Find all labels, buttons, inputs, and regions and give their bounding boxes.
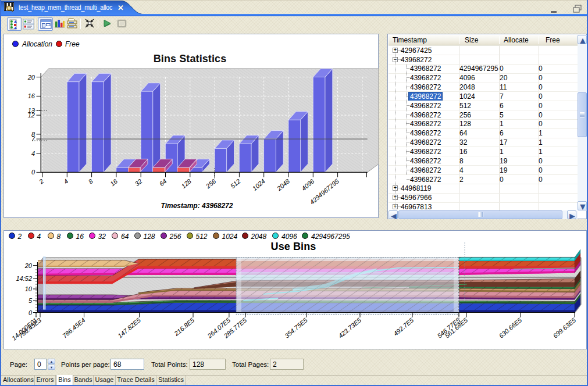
- svg-text:699.63E5: 699.63E5: [551, 316, 577, 339]
- svg-text:32: 32: [133, 177, 143, 187]
- svg-text:4096: 4096: [300, 177, 316, 192]
- svg-text:0: 0: [28, 309, 33, 316]
- svg-text:423.73E5: 423.73E5: [337, 316, 362, 339]
- svg-text:128: 128: [180, 177, 193, 190]
- svg-text:354.75E5: 354.75E5: [283, 316, 309, 339]
- svg-text:1024: 1024: [251, 177, 266, 192]
- svg-text:14:52: 14:52: [16, 275, 32, 282]
- svg-text:216.8E5: 216.8E5: [172, 316, 196, 338]
- svg-text:5: 5: [28, 297, 33, 304]
- svg-text:4: 4: [62, 177, 69, 185]
- svg-text:7: 7: [31, 135, 35, 142]
- svg-text:630.66E5: 630.66E5: [497, 316, 523, 339]
- svg-text:147.82E5: 147.82E5: [116, 316, 142, 339]
- svg-text:492.7E5: 492.7E5: [392, 316, 415, 337]
- svg-text:10: 10: [25, 285, 33, 292]
- svg-text:2048: 2048: [275, 177, 291, 192]
- svg-text:16: 16: [109, 177, 119, 188]
- svg-text:786.45E4: 786.45E4: [61, 316, 87, 339]
- svg-text:256: 256: [204, 177, 218, 190]
- svg-text:4: 4: [31, 150, 35, 157]
- svg-text:16: 16: [28, 92, 35, 99]
- svg-text:512: 512: [229, 177, 242, 190]
- svg-text:12: 12: [28, 112, 35, 119]
- svg-text:2: 2: [37, 177, 45, 185]
- svg-text:64: 64: [158, 177, 168, 187]
- svg-text:8: 8: [87, 177, 94, 185]
- svg-text:0: 0: [31, 169, 35, 176]
- svg-text:20: 20: [24, 262, 33, 269]
- svg-text:20: 20: [27, 74, 35, 81]
